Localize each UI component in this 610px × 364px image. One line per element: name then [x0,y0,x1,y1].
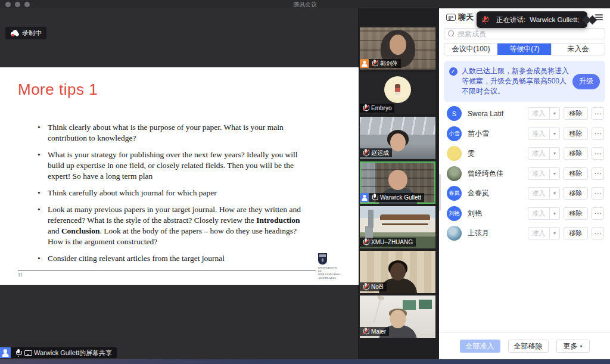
slide-footer-rule [18,270,316,271]
waiting-member-list: S Swera Latif 准入▾ 移除 ⋯ 小雪 苗小雪 准入▾ 移除 ⋯ [439,104,610,244]
admit-button[interactable]: 准入 [528,107,550,120]
recording-indicator: 录制中 [5,27,46,39]
admit-button[interactable]: 准入 [528,147,550,160]
more-actions-button[interactable]: ⋯ [592,167,604,180]
muted-mic-icon [363,104,369,112]
video-tile[interactable]: XMU–ZHUANG [360,206,435,248]
muted-mic-icon [363,238,369,246]
speaking-toast: 正在讲话: Warwick Gullett; [477,11,587,28]
admit-button[interactable]: 准入 [528,227,550,239]
remove-button[interactable]: 移除 [564,227,588,239]
chat-bubble-icon [446,14,455,21]
more-actions-button[interactable]: ⋯ [592,147,604,160]
footer-more-button[interactable]: 更多▾ [556,340,590,353]
member-row: 雯 准入▾ 移除 ⋯ [439,144,610,164]
participant-name: 赵运成 [371,149,389,157]
tencent-meeting-window: 腾讯会议 录制中 More tips 1 Think clearly about… [0,0,610,364]
remove-button[interactable]: 移除 [564,147,588,160]
remove-button[interactable]: 移除 [564,107,588,120]
admit-dropdown-button[interactable]: ▾ [550,207,560,220]
tab-not-joined[interactable]: 未入会 [551,43,605,55]
admit-button[interactable]: 准入 [528,127,550,140]
admit-dropdown-button[interactable]: ▾ [550,127,560,140]
admit-dropdown-button[interactable]: ▾ [550,187,560,200]
member-tabs: 会议中(100) 等候中(7) 未入会 [444,43,605,55]
minimize-button[interactable] [15,2,20,7]
uow-shield-icon [318,253,327,265]
admit-dropdown-button[interactable]: ▾ [550,167,560,180]
screen-share-area: 录制中 More tips 1 Think clearly about what… [0,8,359,359]
upgrade-button[interactable]: 升级 [572,74,600,89]
video-tile[interactable]: Maier [360,295,435,338]
scrollbar[interactable] [439,174,441,211]
video-tile[interactable]: 赵运成 [360,117,435,159]
desktop-edge [0,359,610,364]
avatar [447,226,462,241]
admit-dropdown-button[interactable]: ▾ [550,107,560,120]
admit-all-button[interactable]: 全部准入 [460,340,500,353]
admit-button[interactable]: 准入 [528,167,550,180]
mic-on-icon [15,349,21,357]
traffic-lights [5,2,30,7]
participant-name: 郭剑萍 [380,60,398,68]
more-actions-button[interactable]: ⋯ [592,207,604,220]
muted-mic-icon [363,328,369,335]
tab-in-meeting[interactable]: 会议中(100) [444,43,497,55]
screen-share-banner: Warwick Gullett的屏幕共享 [0,347,117,358]
chevron-down-icon: ▾ [580,344,582,349]
remove-all-button[interactable]: 全部移除 [508,340,549,353]
member-row: 曾经绮色佳 准入▾ 移除 ⋯ [439,164,610,184]
mic-on-icon [372,194,378,201]
more-actions-button[interactable]: ⋯ [592,127,604,140]
member-row: 小雪 苗小雪 准入▾ 移除 ⋯ [439,124,610,144]
member-name: 金春岚 [468,188,522,198]
video-tile[interactable]: Noël [360,251,435,293]
recording-label: 录制中 [22,29,42,38]
speaking-label: 正在讲话: [496,15,525,24]
speaking-names: Warwick Gullett; [530,16,579,23]
video-tile-active-speaker[interactable]: Warwick Gullett [360,161,435,204]
close-button[interactable] [5,2,11,7]
video-tile[interactable]: Embryo [360,72,435,114]
member-name: 曾经绮色佳 [468,169,522,179]
avatar: S [447,106,462,121]
member-name: 雯 [468,148,522,158]
slide-bullet: Look at many previous papers in your tar… [38,204,313,247]
admit-button[interactable]: 准入 [528,207,550,220]
notice-text: 人数已达上限，新参会成员将进入等候室，升级会员畅享最高500人不限时会议。 [462,66,570,97]
admit-button[interactable]: 准入 [528,187,550,200]
cloud-record-icon [10,30,19,36]
remove-button[interactable]: 移除 [564,187,588,200]
muted-mic-icon [372,60,378,67]
uow-logo-text: UNIVERSITY OF WOLLONGONG AUSTRALIA [318,266,341,279]
remove-button[interactable]: 移除 [564,167,588,180]
admit-dropdown-button[interactable]: ▾ [550,227,560,239]
search-input[interactable] [458,30,601,38]
slide-page-number: 11 [18,272,23,278]
check-badge-icon: ✓ [449,67,458,76]
member-row: 春岚 金春岚 准入▾ 移除 ⋯ [439,183,610,204]
more-actions-button[interactable]: ⋯ [592,187,604,200]
remove-button[interactable]: 移除 [564,127,588,140]
presenter-badge-icon [360,193,369,202]
muted-mic-icon [363,149,369,157]
participant-name: XMU–ZHUANG [371,239,413,245]
avatar [447,146,462,161]
tab-waiting[interactable]: 等候中(7) [497,43,551,55]
slide-title: More tips 1 [18,80,98,99]
more-actions-button[interactable]: ⋯ [592,227,604,239]
slide-bullet: Consider citing relevant articles from t… [38,253,313,264]
member-search[interactable] [444,28,605,39]
admit-dropdown-button[interactable]: ▾ [550,147,560,160]
panel-footer: 全部准入 全部移除 更多▾ [439,332,610,359]
zoom-button[interactable] [24,2,30,7]
participant-name: Warwick Gullett [380,194,421,201]
member-name: 苗小雪 [468,129,522,139]
video-tile[interactable]: 郭剑萍 [360,27,435,70]
more-actions-button[interactable]: ⋯ [592,107,604,120]
chat-header-label: 聊天 [458,12,474,23]
member-name: Swera Latif [468,110,522,118]
remove-button[interactable]: 移除 [564,207,588,220]
slide-bullet: Think clearly about what is the purpose … [38,122,313,144]
member-row: 刘艳 刘艳 准入▾ 移除 ⋯ [439,204,610,224]
